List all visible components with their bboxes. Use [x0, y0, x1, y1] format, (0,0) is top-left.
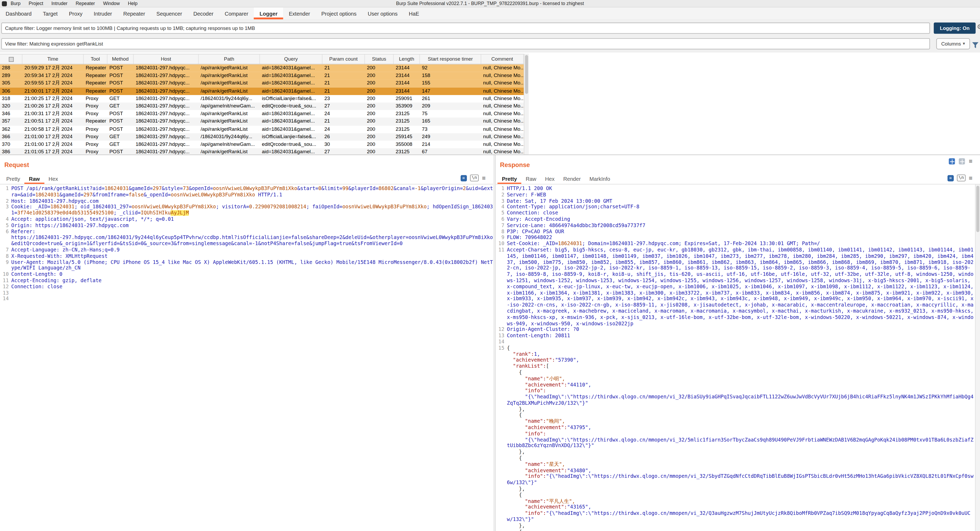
filter-funnel-icon[interactable] — [972, 40, 979, 51]
view-filter-bar[interactable]: View filter: Matching expression getRank… — [1, 38, 930, 49]
cell: 23125 — [394, 126, 420, 133]
column-header-query[interactable]: Query — [260, 54, 323, 64]
response-tabs-row: PrettyRawHexRenderMarkInfo ≡ \n ≡ — [496, 173, 980, 185]
menu-intruder[interactable]: Intruder — [51, 0, 67, 6]
table-row[interactable]: 34621:00:31 17 2月 2024ProxyPOST18624031-… — [0, 110, 529, 118]
column-header-param-count[interactable]: Param count — [323, 54, 365, 64]
menu-repeater[interactable]: Repeater — [76, 0, 95, 6]
table-row[interactable]: 31821:00:25 17 2月 2024ProxyGET18624031-2… — [0, 95, 529, 103]
table-scrollbar-thumb[interactable] — [525, 55, 528, 94]
cell: 289 — [0, 72, 22, 80]
tab-intruder[interactable]: Intruder — [88, 7, 118, 19]
tab-hae[interactable]: HaE — [403, 7, 425, 19]
cell: null, Chinese Mo... — [481, 110, 524, 118]
inspector-icon[interactable]: ≡ — [947, 175, 953, 181]
column-header-path[interactable]: Path — [199, 54, 260, 64]
column-header-tool[interactable]: Tool — [84, 54, 108, 64]
tab-proxy[interactable]: Proxy — [63, 7, 88, 19]
cell: null, Chinese Mo... — [481, 102, 524, 110]
cell: 200 — [365, 118, 394, 126]
tab-repeater[interactable]: Repeater — [118, 7, 151, 19]
columns-button-label: Columns — [941, 41, 961, 46]
tab-comparer[interactable]: Comparer — [219, 7, 254, 19]
code-line: { — [496, 529, 974, 531]
response-scrollbar[interactable] — [975, 185, 980, 531]
menu-help[interactable]: Help — [128, 0, 137, 6]
editor-tab-raw[interactable]: Raw — [521, 174, 541, 184]
tab-target[interactable]: Target — [37, 7, 63, 19]
code-line: "name":"小明", — [496, 376, 974, 382]
tab-dashboard[interactable]: Dashboard — [0, 7, 37, 19]
inspector-icon[interactable]: ≡ — [460, 175, 467, 181]
editor-tab-pretty[interactable]: Pretty — [498, 174, 521, 184]
cell: GET — [107, 133, 134, 141]
editor-tab-hex[interactable]: Hex — [44, 174, 62, 184]
cell: 23144 — [394, 87, 420, 95]
menu-window[interactable]: Window — [103, 0, 120, 6]
table-row[interactable]: 30520:59:55 17 2月 2024RepeaterPOST186240… — [0, 80, 529, 87]
cell: 18624031-297.hdpyqc... — [134, 72, 199, 80]
cell: 200 — [365, 72, 394, 80]
column-header-length[interactable]: Length — [394, 54, 420, 64]
code-line: 2Server: F-WEB — [496, 192, 974, 198]
columns-button[interactable]: Columns ▾ — [936, 38, 970, 49]
table-row[interactable]: 37021:01:00 17 2月 2024ProxyGET18624031-2… — [0, 140, 529, 148]
cell: 23144 — [394, 72, 420, 80]
capture-filter-bar[interactable]: Capture filter: Logger memory limit set … — [1, 22, 930, 34]
table-row[interactable]: 35721:00:51 17 2月 2024RepeaterPOST186240… — [0, 118, 529, 126]
cell: editQrcode=true&_sou... — [260, 102, 323, 110]
column-header-method[interactable]: Method — [107, 54, 134, 64]
column-header-num[interactable] — [0, 54, 22, 64]
column-header-host[interactable]: Host — [134, 54, 199, 64]
panel-divider[interactable] — [493, 155, 495, 531]
code-line: 6Vary: Accept-Encoding — [496, 217, 974, 223]
editor-tab-markinfo[interactable]: MarkInfo — [585, 174, 614, 184]
logging-toggle-button[interactable]: Logging: On — [934, 22, 975, 34]
menu-project[interactable]: Project — [29, 0, 43, 6]
editor-tab-raw[interactable]: Raw — [25, 174, 44, 184]
tab-sequencer[interactable]: Sequencer — [151, 7, 188, 19]
cell: 23 — [323, 95, 365, 103]
response-scrollbar-thumb[interactable] — [976, 186, 980, 232]
editor-menu-icon[interactable]: ≡ — [482, 175, 486, 181]
response-menu-icon[interactable]: ≡ — [969, 158, 973, 165]
tab-logger[interactable]: Logger — [254, 7, 283, 19]
table-row[interactable]: 36221:00:58 17 2月 2024ProxyPOST18624031-… — [0, 126, 529, 133]
response-code[interactable]: 1HTTP/1.1 200 OK2Server: F-WEB3Date: Sat… — [496, 185, 974, 531]
cell: 200 — [365, 87, 394, 95]
cell: 18624031-297.hdpyqc... — [134, 140, 199, 148]
table-row[interactable]: 30621:00:01 17 2月 2024RepeaterPOST186240… — [0, 87, 529, 95]
table-row[interactable]: 36621:01:00 17 2月 2024ProxyGET18624031-2… — [0, 133, 529, 141]
code-line: "info":"{\"headImg\":\"https://thirdwx.q… — [496, 510, 974, 523]
column-header-start-response-timer[interactable]: Start response timer — [420, 54, 481, 64]
newline-toggle-icon[interactable]: \n — [957, 174, 966, 181]
layout-columns-icon[interactable] — [959, 158, 965, 165]
column-header-time[interactable]: Time — [22, 54, 84, 64]
editor-menu-icon[interactable]: ≡ — [969, 175, 973, 181]
column-header-comment[interactable]: Comment — [481, 54, 524, 64]
newline-toggle-icon[interactable]: \n — [470, 174, 479, 181]
cell: 200 — [365, 126, 394, 133]
editor-tab-pretty[interactable]: Pretty — [2, 174, 25, 184]
request-code[interactable]: 1POST /api/rank/getRankList?aid=18624031… — [0, 185, 493, 531]
code-line: 11Accept-Charset: big5, big5-hkscs, cesu… — [496, 247, 974, 327]
tab-user-options[interactable]: User options — [362, 7, 403, 19]
cell: POST — [107, 64, 134, 72]
menu-burp[interactable]: Burp — [11, 0, 21, 6]
editor-tab-hex[interactable]: Hex — [541, 174, 559, 184]
tab-extender[interactable]: Extender — [283, 7, 316, 19]
table-scrollbar[interactable] — [524, 54, 529, 154]
cell: GET — [107, 140, 134, 148]
column-header-status[interactable]: Status — [365, 54, 394, 64]
code-line: "name":"平凡人生", — [496, 498, 974, 504]
editor-tab-render[interactable]: Render — [559, 174, 585, 184]
tab-decoder[interactable]: Decoder — [188, 7, 219, 19]
table-row[interactable]: 28920:59:34 17 2月 2024RepeaterPOST186240… — [0, 72, 529, 80]
table-row[interactable]: 32021:00:26 17 2月 2024ProxyGET18624031-2… — [0, 102, 529, 110]
tab-project-options[interactable]: Project options — [316, 7, 362, 19]
table-row[interactable]: 28820:59:29 17 2月 2024RepeaterPOST186240… — [0, 64, 529, 72]
gear-icon[interactable]: ⚙ — [977, 24, 980, 30]
code-line: "{\"headImg\":\"https://thirdwx.qlogo.cn… — [496, 437, 974, 449]
code-line: "achievement":"43795", — [496, 425, 974, 431]
layout-grid-icon[interactable] — [949, 158, 955, 165]
